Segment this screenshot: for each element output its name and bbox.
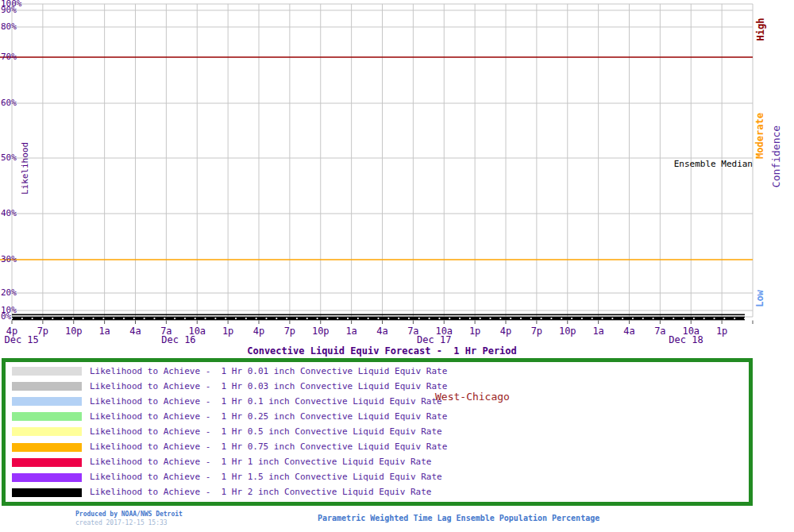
data-point-marker bbox=[693, 318, 695, 319]
legend-label: Likelihood to Achieve - 1 Hr 0.03 inch C… bbox=[90, 382, 447, 391]
data-point-marker bbox=[357, 318, 359, 319]
legend-label: Likelihood to Achieve - 1 Hr 0.1 inch Co… bbox=[90, 397, 442, 407]
chart-plot-area bbox=[0, 0, 794, 344]
data-point-marker bbox=[368, 318, 369, 319]
x-axis-tick-label: 10p bbox=[56, 326, 91, 336]
data-point-marker bbox=[326, 318, 328, 319]
data-point-marker bbox=[561, 318, 562, 319]
x-axis-tick-label: 1a bbox=[87, 326, 122, 336]
data-point-marker bbox=[642, 318, 644, 319]
data-point-marker bbox=[530, 318, 532, 319]
legend-row: Likelihood to Achieve - 1 Hr 0.03 inch C… bbox=[6, 379, 749, 394]
location-label: West-Chicago bbox=[435, 391, 510, 403]
y-axis-tick-label: 70% bbox=[1, 52, 17, 61]
data-point-marker bbox=[102, 318, 104, 319]
x-axis-tick-label: 1p bbox=[210, 326, 245, 336]
y-axis-tick-label: 40% bbox=[1, 209, 17, 218]
legend-label: Likelihood to Achieve - 1 Hr 2 inch Conv… bbox=[90, 488, 431, 497]
y-axis-title: Likelihood bbox=[20, 142, 30, 195]
chart-title: Convective Liquid Equiv Forecast - 1 Hr … bbox=[0, 345, 764, 357]
x-axis-tick-label: 10p bbox=[550, 326, 585, 336]
data-point-marker bbox=[245, 318, 247, 319]
data-point-marker bbox=[195, 318, 196, 319]
y-axis-tick-label: 0% bbox=[1, 312, 11, 321]
legend-label: Likelihood to Achieve - 1 Hr 0.5 inch Co… bbox=[90, 427, 442, 437]
x-axis-date-label: Dec 17 bbox=[407, 335, 462, 345]
data-point-marker bbox=[438, 318, 440, 319]
data-point-marker bbox=[611, 318, 613, 319]
legend-swatch bbox=[12, 473, 82, 482]
data-point-marker bbox=[235, 318, 237, 319]
data-point-marker bbox=[286, 318, 287, 319]
x-axis-tick-label: 1a bbox=[581, 326, 616, 336]
ensemble-median-line bbox=[12, 314, 745, 316]
data-point-marker bbox=[113, 318, 114, 319]
x-axis-tick-label: 4p bbox=[241, 326, 276, 336]
data-point-marker bbox=[265, 318, 267, 319]
data-point-marker bbox=[347, 318, 349, 319]
data-point-marker bbox=[713, 318, 715, 319]
data-point-marker bbox=[734, 318, 735, 319]
data-point-marker bbox=[32, 318, 33, 319]
data-point-marker bbox=[92, 318, 94, 319]
legend-row: Likelihood to Achieve - 1 Hr 0.1 inch Co… bbox=[6, 394, 749, 409]
y-axis-tick-label: 80% bbox=[1, 22, 17, 31]
legend-box: Likelihood to Achieve - 1 Hr 0.01 inch C… bbox=[2, 358, 753, 506]
data-point-marker bbox=[398, 318, 399, 319]
data-point-marker bbox=[418, 318, 420, 319]
data-point-marker bbox=[489, 318, 491, 319]
y-axis-tick-label: 50% bbox=[1, 153, 17, 162]
footer-created-timestamp: created 2017-12-15 15:33 bbox=[75, 519, 168, 526]
x-axis-date-label: Dec 15 bbox=[0, 335, 49, 345]
data-point-marker bbox=[387, 318, 389, 319]
data-point-marker bbox=[622, 318, 623, 319]
data-point-marker bbox=[662, 318, 664, 319]
legend-label: Likelihood to Achieve - 1 Hr 0.75 inch C… bbox=[90, 442, 447, 452]
confidence-axis-title: Confidence bbox=[770, 125, 782, 187]
data-point-marker bbox=[153, 318, 155, 319]
data-point-marker bbox=[480, 318, 481, 319]
data-point-marker bbox=[83, 318, 84, 319]
data-point-marker bbox=[377, 318, 379, 319]
legend-row: Likelihood to Achieve - 1 Hr 0.75 inch C… bbox=[6, 440, 749, 455]
data-point-marker bbox=[214, 318, 216, 319]
x-axis-tick-label: 4a bbox=[365, 326, 400, 336]
x-axis-tick-label: 7p bbox=[272, 326, 307, 336]
x-axis-tick-label: 1p bbox=[457, 326, 492, 336]
data-point-marker bbox=[723, 318, 725, 319]
x-axis-tick-label: 4p bbox=[488, 326, 523, 336]
data-point-marker bbox=[164, 318, 165, 319]
data-point-marker bbox=[520, 318, 522, 319]
legend-swatch bbox=[12, 488, 82, 497]
data-point-marker bbox=[306, 318, 308, 319]
data-point-marker bbox=[541, 318, 542, 319]
y-axis-tick-label: 20% bbox=[1, 288, 17, 297]
data-point-marker bbox=[510, 318, 511, 319]
data-point-marker bbox=[550, 318, 552, 319]
legend-swatch bbox=[12, 382, 82, 391]
legend-swatch bbox=[12, 397, 82, 406]
legend-swatch bbox=[12, 412, 82, 421]
data-point-marker bbox=[21, 318, 23, 319]
data-point-marker bbox=[581, 318, 583, 319]
data-point-marker bbox=[174, 318, 175, 319]
y-axis-tick-label: 30% bbox=[1, 255, 17, 264]
footer-produced-by: Produced by NOAA/NWS Detroit bbox=[75, 511, 183, 518]
legend-row: Likelihood to Achieve - 1 Hr 2 inch Conv… bbox=[6, 485, 749, 500]
data-point-marker bbox=[592, 318, 593, 319]
data-point-marker bbox=[72, 318, 74, 319]
data-point-marker bbox=[703, 318, 705, 319]
confidence-level-moderate: Moderate bbox=[754, 113, 765, 159]
data-point-marker bbox=[256, 318, 257, 319]
legend-swatch bbox=[12, 427, 82, 436]
legend-row: Likelihood to Achieve - 1 Hr 0.5 inch Co… bbox=[6, 424, 749, 439]
confidence-level-high: High bbox=[755, 18, 766, 41]
data-point-marker bbox=[133, 318, 135, 319]
y-axis-tick-label: 90% bbox=[1, 6, 17, 14]
data-point-marker bbox=[571, 318, 572, 319]
data-point-marker bbox=[296, 318, 298, 319]
data-point-marker bbox=[653, 318, 654, 319]
forecast-chart-page: 100%90%80%70%60%50%40%30%20%10%0% 4p7p10… bbox=[0, 0, 794, 532]
data-point-marker bbox=[62, 318, 64, 319]
x-axis-tick-label: 4a bbox=[612, 326, 647, 336]
